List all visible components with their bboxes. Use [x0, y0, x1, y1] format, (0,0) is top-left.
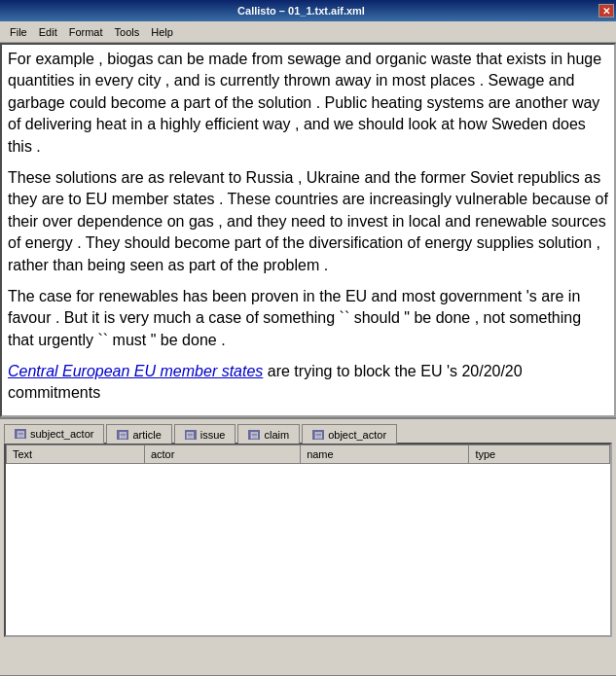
menu-help[interactable]: Help [145, 24, 179, 40]
col-header-actor: actor [144, 445, 300, 464]
tab-icon-object-actor: ▤ [312, 430, 324, 440]
menu-edit[interactable]: Edit [33, 24, 63, 40]
annotation-table-container[interactable]: Text actor name type [4, 443, 612, 637]
tab-issue[interactable]: ▤ issue [174, 424, 236, 444]
tab-claim[interactable]: ▤ claim [237, 424, 300, 444]
menu-tools[interactable]: Tools [109, 24, 146, 40]
col-header-name: name [301, 445, 469, 464]
col-header-text: Text [7, 445, 145, 464]
title-bar-text: Callisto – 01_1.txt.aif.xml [4, 5, 598, 17]
tabs-row: ▤ subject_actor ▤ article ▤ issue ▤ clai… [0, 419, 616, 443]
tab-icon-issue: ▤ [185, 430, 197, 440]
paragraph-2: These solutions are as relevant to Russi… [8, 167, 608, 276]
tab-icon-subject-actor: ▤ [15, 429, 26, 439]
tab-label-issue: issue [200, 429, 226, 441]
close-button[interactable]: ✕ [598, 4, 614, 18]
tab-icon-claim: ▤ [248, 430, 260, 440]
menu-format[interactable]: Format [63, 24, 109, 40]
paragraph-4: Central European EU member states are tr… [8, 361, 608, 405]
menu-bar: File Edit Format Tools Help [0, 21, 616, 43]
tab-icon-article: ▤ [117, 430, 128, 440]
tab-subject-actor[interactable]: ▤ subject_actor [4, 424, 104, 444]
highlighted-phrase: Central European EU member states [8, 363, 263, 379]
tab-object-actor[interactable]: ▤ object_actor [302, 424, 397, 444]
tab-label-object-actor: object_actor [328, 429, 386, 441]
annotation-table: Text actor name type [6, 445, 610, 464]
col-header-type: type [469, 445, 610, 464]
annotation-panel: ▤ subject_actor ▤ article ▤ issue ▤ clai… [0, 417, 616, 675]
tab-label-subject-actor: subject_actor [30, 428, 93, 440]
paragraph-1: For example , biogas can be made from se… [8, 49, 608, 158]
tab-label-claim: claim [264, 429, 289, 441]
main-text-area[interactable]: For example , biogas can be made from se… [0, 43, 616, 417]
title-bar: Callisto – 01_1.txt.aif.xml ✕ [0, 0, 616, 21]
menu-file[interactable]: File [4, 24, 33, 40]
tab-article[interactable]: ▤ article [106, 424, 171, 444]
tab-label-article: article [132, 429, 161, 441]
paragraph-3: The case for renewables has been proven … [8, 286, 608, 351]
